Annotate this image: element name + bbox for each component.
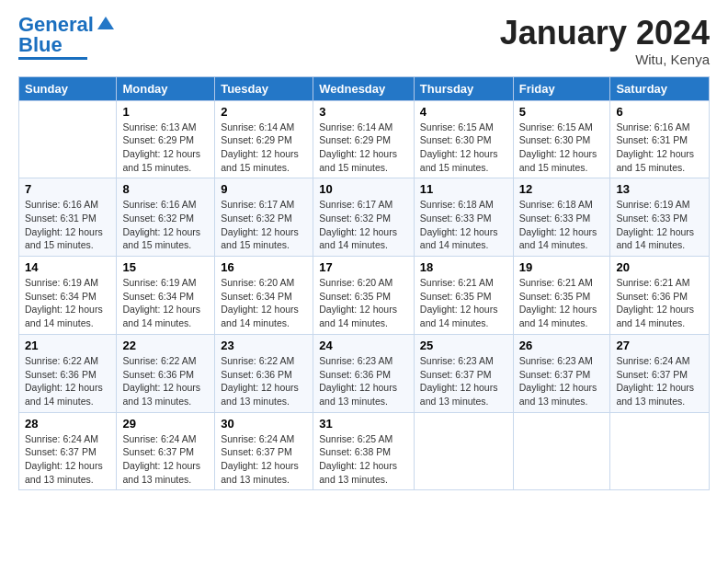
- calendar-cell: 18Sunrise: 6:21 AMSunset: 6:35 PMDayligh…: [414, 257, 513, 335]
- day-number: 24: [319, 339, 408, 352]
- calendar-cell: 21Sunrise: 6:22 AMSunset: 6:36 PMDayligh…: [19, 334, 117, 412]
- calendar-cell: 22Sunrise: 6:22 AMSunset: 6:36 PMDayligh…: [117, 334, 215, 412]
- calendar-cell: 19Sunrise: 6:21 AMSunset: 6:35 PMDayligh…: [513, 257, 610, 335]
- calendar-cell: 24Sunrise: 6:23 AMSunset: 6:36 PMDayligh…: [313, 334, 415, 412]
- calendar-cell: 30Sunrise: 6:24 AMSunset: 6:37 PMDayligh…: [215, 412, 313, 490]
- calendar-table: SundayMondayTuesdayWednesdayThursdayFrid…: [18, 76, 710, 491]
- day-info: Sunrise: 6:14 AMSunset: 6:29 PMDaylight:…: [319, 121, 408, 175]
- logo-general: General: [18, 15, 94, 35]
- day-info: Sunrise: 6:17 AMSunset: 6:32 PMDaylight:…: [319, 198, 408, 252]
- page: General Blue January 2024 Witu, Kenya Su…: [0, 0, 728, 563]
- calendar-cell: 2Sunrise: 6:14 AMSunset: 6:29 PMDaylight…: [215, 100, 313, 178]
- calendar-cell: 27Sunrise: 6:24 AMSunset: 6:37 PMDayligh…: [610, 334, 710, 412]
- calendar-cell: 16Sunrise: 6:20 AMSunset: 6:34 PMDayligh…: [215, 257, 313, 335]
- day-info: Sunrise: 6:19 AMSunset: 6:33 PMDaylight:…: [616, 198, 703, 252]
- calendar-cell: [610, 412, 710, 490]
- day-info: Sunrise: 6:16 AMSunset: 6:31 PMDaylight:…: [25, 198, 110, 252]
- calendar-cell: 10Sunrise: 6:17 AMSunset: 6:32 PMDayligh…: [313, 178, 415, 257]
- day-number: 3: [319, 105, 408, 119]
- calendar-week-row: 1Sunrise: 6:13 AMSunset: 6:29 PMDaylight…: [19, 100, 710, 178]
- day-info: Sunrise: 6:17 AMSunset: 6:32 PMDaylight:…: [221, 198, 307, 252]
- day-info: Sunrise: 6:25 AMSunset: 6:38 PMDaylight:…: [319, 432, 408, 487]
- day-info: Sunrise: 6:13 AMSunset: 6:29 PMDaylight:…: [122, 121, 209, 175]
- day-number: 1: [122, 105, 209, 119]
- calendar-week-row: 28Sunrise: 6:24 AMSunset: 6:37 PMDayligh…: [19, 412, 710, 490]
- logo: General Blue: [18, 15, 114, 60]
- day-info: Sunrise: 6:24 AMSunset: 6:37 PMDaylight:…: [122, 432, 209, 487]
- calendar-cell: 20Sunrise: 6:21 AMSunset: 6:36 PMDayligh…: [610, 257, 710, 335]
- day-info: Sunrise: 6:19 AMSunset: 6:34 PMDaylight:…: [122, 276, 209, 330]
- calendar-cell: 9Sunrise: 6:17 AMSunset: 6:32 PMDaylight…: [215, 178, 313, 257]
- day-number: 4: [420, 105, 507, 119]
- day-header-tuesday: Tuesday: [215, 76, 313, 100]
- day-number: 10: [319, 182, 408, 196]
- calendar-cell: 7Sunrise: 6:16 AMSunset: 6:31 PMDaylight…: [19, 178, 117, 257]
- calendar-week-row: 7Sunrise: 6:16 AMSunset: 6:31 PMDaylight…: [19, 178, 710, 257]
- day-number: 15: [122, 260, 209, 274]
- day-info: Sunrise: 6:21 AMSunset: 6:35 PMDaylight:…: [420, 276, 507, 330]
- day-header-thursday: Thursday: [414, 76, 513, 100]
- calendar-header-row: SundayMondayTuesdayWednesdayThursdayFrid…: [19, 76, 710, 100]
- day-number: 5: [519, 105, 605, 119]
- day-number: 18: [420, 260, 507, 274]
- day-number: 6: [616, 105, 703, 119]
- title-block: January 2024 Witu, Kenya: [500, 15, 710, 67]
- day-header-friday: Friday: [513, 76, 610, 100]
- day-number: 23: [221, 339, 307, 352]
- day-info: Sunrise: 6:24 AMSunset: 6:37 PMDaylight:…: [616, 354, 703, 408]
- day-header-wednesday: Wednesday: [313, 76, 415, 100]
- day-header-monday: Monday: [117, 76, 215, 100]
- calendar-cell: 8Sunrise: 6:16 AMSunset: 6:32 PMDaylight…: [117, 178, 215, 257]
- calendar-cell: 29Sunrise: 6:24 AMSunset: 6:37 PMDayligh…: [117, 412, 215, 490]
- day-info: Sunrise: 6:14 AMSunset: 6:29 PMDaylight:…: [221, 121, 307, 175]
- day-info: Sunrise: 6:20 AMSunset: 6:34 PMDaylight:…: [221, 276, 307, 330]
- day-header-sunday: Sunday: [19, 76, 117, 100]
- calendar-cell: 26Sunrise: 6:23 AMSunset: 6:37 PMDayligh…: [513, 334, 610, 412]
- logo-blue-text: Blue: [18, 35, 63, 55]
- calendar-week-row: 14Sunrise: 6:19 AMSunset: 6:34 PMDayligh…: [19, 257, 710, 335]
- calendar-cell: 12Sunrise: 6:18 AMSunset: 6:33 PMDayligh…: [513, 178, 610, 257]
- calendar-cell: 14Sunrise: 6:19 AMSunset: 6:34 PMDayligh…: [19, 257, 117, 335]
- day-number: 11: [420, 182, 507, 196]
- calendar-cell: [414, 412, 513, 490]
- day-number: 26: [519, 339, 605, 352]
- day-info: Sunrise: 6:23 AMSunset: 6:37 PMDaylight:…: [420, 354, 507, 408]
- day-info: Sunrise: 6:15 AMSunset: 6:30 PMDaylight:…: [519, 121, 605, 175]
- day-number: 21: [25, 339, 110, 352]
- calendar-cell: 25Sunrise: 6:23 AMSunset: 6:37 PMDayligh…: [414, 334, 513, 412]
- calendar-cell: 28Sunrise: 6:24 AMSunset: 6:37 PMDayligh…: [19, 412, 117, 490]
- calendar-cell: 23Sunrise: 6:22 AMSunset: 6:36 PMDayligh…: [215, 334, 313, 412]
- day-info: Sunrise: 6:18 AMSunset: 6:33 PMDaylight:…: [420, 198, 507, 252]
- day-info: Sunrise: 6:16 AMSunset: 6:32 PMDaylight:…: [122, 198, 209, 252]
- day-info: Sunrise: 6:24 AMSunset: 6:37 PMDaylight:…: [25, 432, 110, 487]
- day-number: 8: [122, 182, 209, 196]
- svg-marker-0: [97, 17, 114, 29]
- calendar-cell: 1Sunrise: 6:13 AMSunset: 6:29 PMDaylight…: [117, 100, 215, 178]
- day-header-saturday: Saturday: [610, 76, 710, 100]
- calendar-cell: 31Sunrise: 6:25 AMSunset: 6:38 PMDayligh…: [313, 412, 415, 490]
- day-number: 12: [519, 182, 605, 196]
- day-info: Sunrise: 6:22 AMSunset: 6:36 PMDaylight:…: [221, 354, 307, 408]
- day-number: 9: [221, 182, 307, 196]
- day-number: 22: [122, 339, 209, 352]
- day-number: 7: [25, 182, 110, 196]
- calendar-cell: 11Sunrise: 6:18 AMSunset: 6:33 PMDayligh…: [414, 178, 513, 257]
- day-number: 19: [519, 260, 605, 274]
- day-number: 17: [319, 260, 408, 274]
- calendar-cell: 4Sunrise: 6:15 AMSunset: 6:30 PMDaylight…: [414, 100, 513, 178]
- day-info: Sunrise: 6:21 AMSunset: 6:36 PMDaylight:…: [616, 276, 703, 330]
- day-number: 28: [25, 417, 110, 431]
- day-number: 27: [616, 339, 703, 352]
- header: General Blue January 2024 Witu, Kenya: [18, 15, 710, 67]
- day-info: Sunrise: 6:21 AMSunset: 6:35 PMDaylight:…: [519, 276, 605, 330]
- calendar-cell: 3Sunrise: 6:14 AMSunset: 6:29 PMDaylight…: [313, 100, 415, 178]
- day-number: 25: [420, 339, 507, 352]
- day-number: 13: [616, 182, 703, 196]
- calendar-cell: [513, 412, 610, 490]
- location: Witu, Kenya: [500, 52, 710, 67]
- day-number: 14: [25, 260, 110, 274]
- day-info: Sunrise: 6:18 AMSunset: 6:33 PMDaylight:…: [519, 198, 605, 252]
- day-info: Sunrise: 6:16 AMSunset: 6:31 PMDaylight:…: [616, 121, 703, 175]
- calendar-cell: 15Sunrise: 6:19 AMSunset: 6:34 PMDayligh…: [117, 257, 215, 335]
- logo-underline: [18, 57, 87, 60]
